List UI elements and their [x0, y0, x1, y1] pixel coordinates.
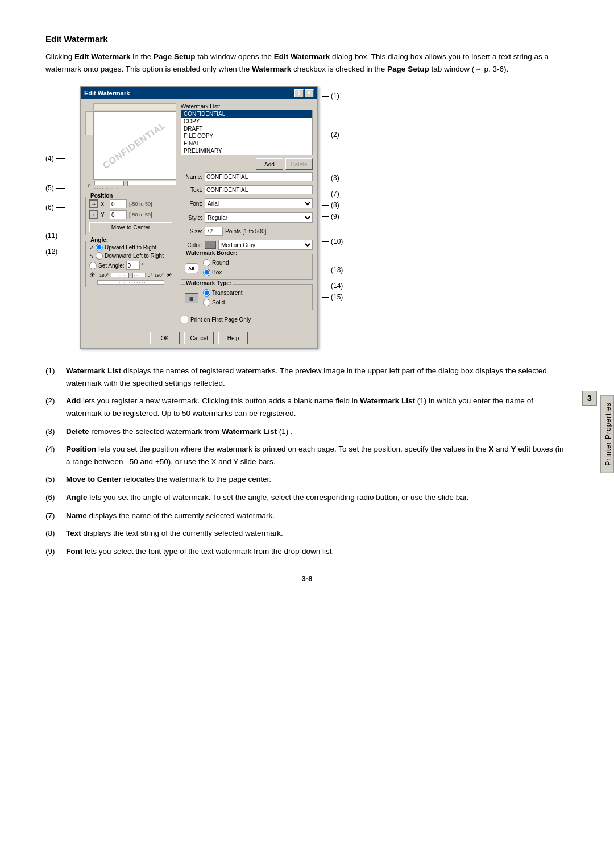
- border-box-label: Box: [212, 269, 222, 276]
- angle-downward-label: Downward Left to Right: [105, 253, 164, 259]
- add-btn[interactable]: Add: [256, 158, 283, 170]
- size-row: Size: Points [1 to 500]: [181, 227, 313, 236]
- callout-12: (12): [45, 248, 76, 256]
- text-input[interactable]: [205, 185, 313, 194]
- list-item-proof[interactable]: PROOF: [181, 155, 312, 155]
- page-number: 3-8: [45, 574, 569, 583]
- y-input[interactable]: [110, 210, 127, 219]
- type-transparent-row: Transparent: [203, 289, 243, 297]
- dialog-title: Edit Watermark: [84, 90, 130, 97]
- callout-11: (11): [45, 232, 76, 240]
- item-9-num: (9): [45, 545, 61, 558]
- item-1: (1) Watermark List displays the names of…: [45, 365, 569, 389]
- x-input[interactable]: [110, 199, 127, 208]
- dialog-bottom-buttons: OK Cancel Help: [81, 328, 317, 348]
- color-row: Color: Medium Gray: [181, 240, 313, 250]
- watermark-type-label: Watermark Type:: [185, 280, 233, 286]
- item-8-num: (8): [45, 527, 61, 540]
- item-8-text: Text displays the text string of the cur…: [66, 527, 569, 540]
- list-item-filecopy[interactable]: FILE COPY: [181, 132, 312, 140]
- border-round-radio[interactable]: [203, 259, 210, 266]
- callout-5: (5): [45, 184, 76, 192]
- item-3: (3) Delete removes the selected watermar…: [45, 425, 569, 438]
- list-item-final[interactable]: FINAL: [181, 140, 312, 147]
- y-label: Y: [101, 212, 107, 218]
- color-select[interactable]: Medium Gray: [218, 240, 313, 250]
- item-4-text: Position lets you set the position where…: [66, 443, 569, 468]
- callout-7: (7): [322, 190, 347, 198]
- list-item-draft[interactable]: DRAFT: [181, 125, 312, 132]
- edit-watermark-dialog[interactable]: Edit Watermark ? ✕ · · · · · · · · · ·: [80, 86, 318, 349]
- callout-8: (8): [322, 201, 347, 209]
- name-label: Name:: [181, 174, 202, 180]
- border-box-radio[interactable]: [203, 269, 210, 276]
- close-titlebar-btn[interactable]: ✕: [305, 89, 314, 97]
- type-solid-label: Solid: [212, 299, 225, 306]
- help-titlebar-btn[interactable]: ?: [294, 89, 304, 97]
- list-item-preliminary[interactable]: PRELIMINARY: [181, 147, 312, 155]
- item-4: (4) Position lets you set the position w…: [45, 443, 569, 468]
- watermark-border-section: Watermark Border: AB Round: [181, 254, 313, 280]
- ok-btn[interactable]: OK: [150, 332, 180, 344]
- angle-label: Angle:: [89, 237, 109, 243]
- y-position-row: ↕ Y [-50 to 50]: [89, 210, 172, 219]
- diagram-area: (4) (5) (6) (11) (12) Edit Watermark ? ✕: [45, 86, 569, 349]
- item-7: (7) Name displays the name of the curren…: [45, 510, 569, 522]
- border-round-row: Round: [203, 259, 229, 266]
- callout-14: (14): [322, 282, 347, 290]
- border-round-preview: AB: [185, 263, 198, 273]
- angle-upward-row: ↗ Upward Left to Right: [89, 244, 172, 251]
- angle-upward-radio[interactable]: [96, 244, 103, 251]
- angle-set-input[interactable]: [126, 261, 140, 270]
- help-btn[interactable]: Help: [218, 332, 248, 344]
- numbered-items-list: (1) Watermark List displays the names of…: [45, 365, 569, 557]
- delete-btn[interactable]: Delete: [285, 158, 313, 170]
- callout-15: (15): [322, 293, 347, 301]
- angle-section: Angle: ↗ Upward Left to Right ↘ Downward…: [85, 241, 176, 287]
- item-3-text: Delete removes the selected watermark fr…: [66, 425, 569, 438]
- item-5-text: Move to Center relocates the watermark t…: [66, 473, 569, 486]
- x-range: [-50 to 50]: [129, 201, 152, 207]
- angle-downward-radio[interactable]: [96, 252, 103, 260]
- size-input[interactable]: [205, 227, 223, 236]
- size-label: Size:: [181, 228, 202, 235]
- size-range-label: Points [1 to 500]: [225, 228, 266, 235]
- name-input[interactable]: [205, 172, 313, 181]
- list-item-copy[interactable]: COPY: [181, 118, 312, 125]
- style-select[interactable]: Regular: [205, 212, 313, 223]
- type-transparent-radio[interactable]: [203, 289, 210, 297]
- style-row: Style: Regular: [181, 212, 313, 223]
- item-3-num: (3): [45, 425, 61, 438]
- item-5: (5) Move to Center relocates the waterma…: [45, 473, 569, 486]
- move-to-center-btn[interactable]: Move to Center: [89, 222, 172, 232]
- callout-1: (1): [322, 92, 347, 100]
- angle-set-row: Set Angle: °: [89, 261, 172, 270]
- item-6: (6) Angle lets you set the angle of wate…: [45, 491, 569, 504]
- font-select[interactable]: Arial: [205, 198, 313, 208]
- callout-10: (10): [322, 237, 347, 245]
- watermark-list-container: Watermark List: CONFIDENTIAL COPY DRAFT …: [181, 103, 313, 155]
- body-text: Clicking Edit Watermark in the Page Setu…: [45, 51, 569, 75]
- position-section: Position ↔ X [-50 to 50] ↕ Y [-50 to 50]…: [85, 197, 176, 235]
- y-coord-icon: ↕: [89, 210, 98, 219]
- item-6-num: (6): [45, 491, 61, 504]
- type-solid-radio[interactable]: [203, 299, 210, 306]
- print-first-page-checkbox[interactable]: [181, 316, 188, 323]
- style-label: Style:: [181, 215, 202, 221]
- border-box-row: Box: [203, 269, 229, 276]
- preview-watermark-text: CONFIDENTIAL: [101, 120, 168, 171]
- add-delete-row: Add Delete: [181, 158, 313, 170]
- watermark-listbox[interactable]: CONFIDENTIAL COPY DRAFT FILE COPY FINAL …: [181, 110, 313, 155]
- list-item-confidential[interactable]: CONFIDENTIAL: [181, 110, 312, 118]
- angle-set-radio[interactable]: [89, 262, 97, 269]
- angle-min-label: -180°: [98, 273, 109, 278]
- type-solid-row: Solid: [203, 299, 243, 306]
- angle-zero-label: 0°: [148, 273, 152, 278]
- y-range: [-50 to 50]: [129, 212, 152, 218]
- angle-max-label: 180°: [154, 273, 164, 278]
- cancel-btn[interactable]: Cancel: [184, 332, 214, 344]
- angle-upward-label: Upward Left to Right: [105, 244, 156, 251]
- item-5-num: (5): [45, 473, 61, 486]
- color-label: Color:: [181, 242, 202, 248]
- titlebar-buttons[interactable]: ? ✕: [294, 89, 314, 97]
